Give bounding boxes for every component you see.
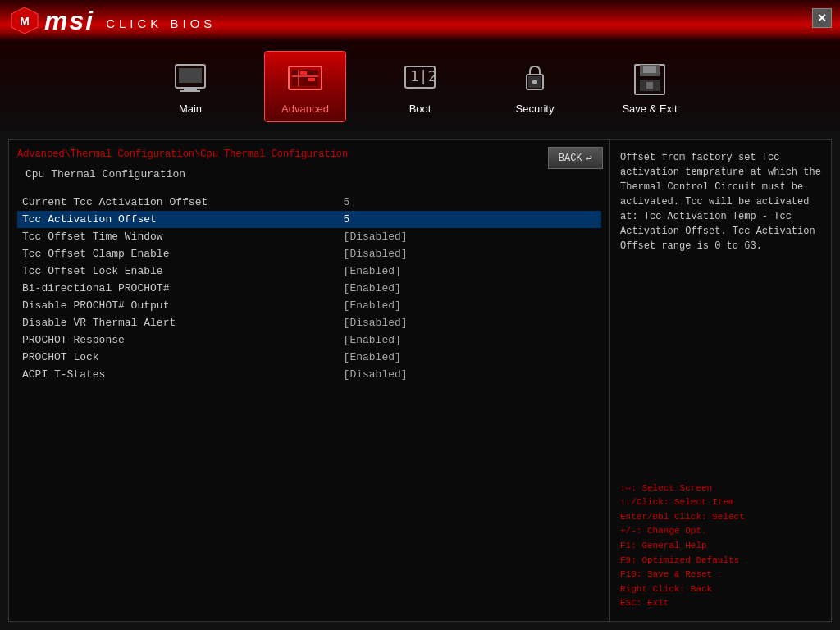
nav-tabs: Main Advanced 1|2 Boot xyxy=(0,41,840,131)
click-bios-label: CLICK BIOS xyxy=(106,16,216,30)
setting-name: Tcc Offset Time Window xyxy=(17,228,339,245)
help-text: Offset from factory set Tcc activation t… xyxy=(620,150,821,482)
back-label: BACK xyxy=(559,153,582,164)
setting-name: Tcc Offset Clamp Enable xyxy=(17,245,339,262)
back-button[interactable]: BACK ↩ xyxy=(548,147,603,169)
tab-security-label: Security xyxy=(516,103,555,115)
boot-icon: 1|2 xyxy=(400,58,440,98)
shortcut-item: ↑↓/Click: Select Item xyxy=(620,495,821,510)
svg-text:M: M xyxy=(20,15,30,28)
close-button[interactable]: ✕ xyxy=(812,8,832,28)
setting-value: [Enabled] xyxy=(339,297,601,314)
setting-value: 5 xyxy=(339,211,601,228)
setting-name: Tcc Activation Offset xyxy=(17,211,339,228)
setting-value: [Disabled] xyxy=(339,314,601,331)
setting-name: Disable PROCHOT# Output xyxy=(17,297,339,314)
back-arrow-icon: ↩ xyxy=(586,151,592,165)
right-panel: Offset from factory set Tcc activation t… xyxy=(610,139,832,622)
shortcuts-panel: ↕↔: Select Screen↑↓/Click: Select ItemEn… xyxy=(620,482,821,611)
svg-rect-10 xyxy=(300,71,307,75)
settings-row[interactable]: Tcc Offset Clamp Enable [Disabled] xyxy=(17,245,601,262)
svg-rect-4 xyxy=(184,88,197,90)
save-exit-icon xyxy=(630,58,669,98)
security-icon xyxy=(515,58,555,98)
tab-main-label: Main xyxy=(179,103,202,115)
svg-rect-22 xyxy=(646,82,653,89)
tab-save-exit-label: Save & Exit xyxy=(622,103,677,115)
shortcut-item: F9: Optimized Defaults xyxy=(620,554,821,568)
settings-row[interactable]: Disable PROCHOT# Output [Enabled] xyxy=(17,297,601,314)
svg-rect-5 xyxy=(180,90,200,92)
svg-rect-20 xyxy=(643,66,656,73)
shortcut-item: F1: General Help xyxy=(620,539,821,554)
tab-boot-label: Boot xyxy=(409,103,431,115)
settings-row[interactable]: PROCHOT Response [Enabled] xyxy=(17,331,601,349)
advanced-icon xyxy=(285,58,325,98)
setting-name: PROCHOT Response xyxy=(17,331,339,349)
settings-row[interactable]: PROCHOT Lock [Enabled] xyxy=(17,349,601,366)
setting-name: PROCHOT Lock xyxy=(17,349,339,366)
settings-row[interactable]: Current Tcc Activation Offset 5 xyxy=(17,194,601,211)
shortcut-item: ESC: Exit xyxy=(620,596,821,611)
tab-save-exit[interactable]: Save & Exit xyxy=(609,52,691,121)
svg-rect-14 xyxy=(413,88,427,89)
tab-main[interactable]: Main xyxy=(149,52,231,121)
setting-value: [Enabled] xyxy=(339,349,601,366)
settings-row[interactable]: Tcc Offset Time Window [Disabled] xyxy=(17,228,601,245)
settings-row[interactable]: ACPI T-States [Disabled] xyxy=(17,366,601,383)
settings-row[interactable]: Bi-directional PROCHOT# [Enabled] xyxy=(17,280,601,297)
tab-advanced-label: Advanced xyxy=(281,103,329,115)
settings-row[interactable]: Tcc Offset Lock Enable [Enabled] xyxy=(17,262,601,280)
setting-name: Current Tcc Activation Offset xyxy=(17,194,339,211)
svg-point-17 xyxy=(532,80,537,84)
svg-rect-3 xyxy=(179,68,202,83)
setting-value: 5 xyxy=(339,194,601,211)
main-content: BACK ↩ Advanced\Thermal Configuration\Cp… xyxy=(0,131,840,630)
left-panel: BACK ↩ Advanced\Thermal Configuration\Cp… xyxy=(8,139,610,622)
setting-value: [Enabled] xyxy=(339,331,601,349)
svg-rect-11 xyxy=(308,78,315,81)
tab-advanced[interactable]: Advanced xyxy=(264,51,346,122)
setting-value: [Disabled] xyxy=(339,366,601,383)
header-bar: M msi CLICK BIOS ✕ xyxy=(0,0,840,41)
settings-table: Current Tcc Activation Offset 5 Tcc Acti… xyxy=(17,194,601,383)
shortcut-item: F10: Save & Reset xyxy=(620,568,821,582)
shortcut-item: Enter/Dbl Click: Select xyxy=(620,510,821,525)
setting-value: [Disabled] xyxy=(339,228,601,245)
setting-name: Tcc Offset Lock Enable xyxy=(17,262,339,280)
msi-logo: M msi CLICK BIOS xyxy=(10,6,216,36)
setting-value: [Enabled] xyxy=(339,262,601,280)
setting-name: Bi-directional PROCHOT# xyxy=(17,280,339,297)
shortcut-item: ↕↔: Select Screen xyxy=(620,482,821,496)
breadcrumb: Advanced\Thermal Configuration\Cpu Therm… xyxy=(17,148,601,160)
shortcut-item: +/-: Change Opt. xyxy=(620,524,821,539)
setting-value: [Disabled] xyxy=(339,245,601,262)
msi-brand-text: msi xyxy=(44,6,94,36)
shortcut-item: Right Click: Back xyxy=(620,582,821,597)
tab-boot[interactable]: 1|2 Boot xyxy=(379,52,461,121)
settings-row[interactable]: Disable VR Thermal Alert [Disabled] xyxy=(17,314,601,331)
main-icon xyxy=(171,58,210,98)
section-title: Cpu Thermal Configuration xyxy=(25,168,601,180)
setting-name: Disable VR Thermal Alert xyxy=(17,314,339,331)
setting-value: [Enabled] xyxy=(339,280,601,297)
settings-row[interactable]: Tcc Activation Offset 5 xyxy=(17,211,601,228)
svg-text:1|2: 1|2 xyxy=(410,67,437,84)
dragon-icon: M xyxy=(10,6,39,35)
tab-security[interactable]: Security xyxy=(494,52,576,121)
setting-name: ACPI T-States xyxy=(17,366,339,383)
